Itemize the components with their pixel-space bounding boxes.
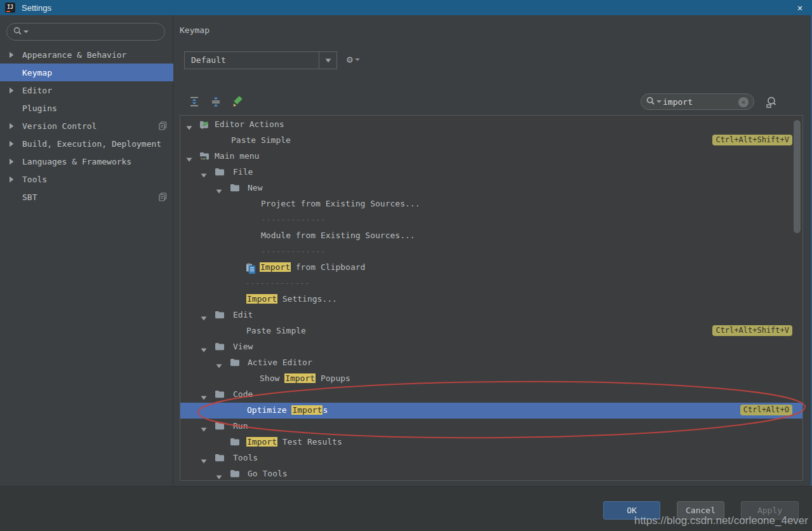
tree-separator-row[interactable]: ------------- [180,212,802,228]
tree-row[interactable]: Project from Existing Sources... [180,196,802,212]
tree-row[interactable]: Paste SimpleCtrl+Alt+Shift+V [180,133,802,149]
footer-bar: OK Cancel Apply [0,486,812,531]
sidebar-item-label: Keymap [22,68,52,77]
per-project-icon [159,192,167,203]
tree-row-label: ------------- [245,278,310,288]
keymap-search-box[interactable]: ✕ [641,93,754,110]
tree-row-label: Module from Existing Sources... [261,231,415,240]
sidebar-item-plugins[interactable]: Plugins [0,99,173,117]
tree-row-label: Optimize Imports [247,405,328,415]
tree-row[interactable]: Module from Existing Sources... [180,228,802,244]
tree-expand-arrow-icon[interactable] [201,170,207,180]
tree-separator-row[interactable]: ------------- [180,244,802,260]
intellij-logo-icon: IJ [5,3,15,13]
tree-row[interactable]: Show Import Popups [180,371,802,387]
tree-expand-arrow-icon[interactable] [216,361,222,370]
tree-row[interactable]: Import Settings... [180,292,802,307]
tree-row[interactable]: Run [180,419,802,434]
tree-row[interactable]: New [180,180,802,196]
gear-caret-icon [355,58,360,61]
shortcut-badge: Ctrl+Alt+Shift+V [712,135,792,145]
tree-row[interactable]: View [180,339,802,355]
apply-button[interactable]: Apply [741,501,799,520]
sidebar-item-appearance-behavior[interactable]: Appearance & Behavior [0,46,173,64]
tree-expand-arrow-icon[interactable] [201,456,207,466]
search-options-caret-icon[interactable] [23,30,29,33]
tree-expand-arrow-icon[interactable] [201,345,207,354]
sidebar-item-label: Tools [22,175,47,184]
sidebar-item-editor[interactable]: Editor [0,81,173,99]
tree-expand-arrow-icon[interactable] [216,186,222,196]
dropdown-arrow-icon[interactable] [319,52,336,69]
tree-row-label: Code [233,389,253,399]
sidebar-item-keymap[interactable]: Keymap [0,64,173,81]
sidebar-item-build-execution-deployment[interactable]: Build, Execution, Deployment [0,135,173,152]
settings-sidebar: Appearance & BehaviorKeymapEditorPlugins… [0,15,173,486]
expand-all-icon[interactable] [188,95,201,108]
settings-window: IJ Settings ✕ Appearance & BehaviorKeyma… [0,0,812,531]
window-title: Settings [22,3,51,13]
folder-icon [215,168,225,178]
tree-row-label: Go Tools [248,469,288,478]
tree-row[interactable]: Main menu [180,149,802,165]
keymap-gear-menu[interactable]: ⚙ [347,53,360,65]
tree-expand-arrow-icon[interactable] [186,123,192,132]
tree-row[interactable]: Import from Clipboard [180,260,802,276]
folder-icon [215,454,225,464]
tree-row-label: Edit [233,310,253,319]
expand-arrow-icon[interactable] [9,51,15,58]
tree-row[interactable]: Edit [180,307,802,323]
edit-pencil-icon[interactable] [231,95,244,108]
tree-expand-arrow-icon[interactable] [201,313,207,323]
tree-row[interactable]: Paste SimpleCtrl+Alt+Shift+V [180,323,802,339]
editor-actions-icon [199,120,210,131]
tree-expand-arrow-icon[interactable] [201,393,207,402]
tree-row[interactable]: Active Editor [180,355,802,371]
expand-arrow-icon[interactable] [9,158,15,165]
tree-row[interactable]: Optimize ImportsCtrl+Alt+O [180,403,802,419]
close-icon[interactable]: ✕ [793,1,807,14]
keymap-search-input[interactable] [663,97,726,107]
shortcut-badge: Ctrl+Alt+Shift+V [712,325,792,336]
expand-arrow-icon[interactable] [9,176,15,183]
sidebar-item-label: Appearance & Behavior [22,50,126,60]
main-menu-icon [199,152,210,163]
keymap-tree: Editor ActionsPaste SimpleCtrl+Alt+Shift… [180,115,803,481]
tree-expand-arrow-icon[interactable] [186,154,192,164]
sidebar-item-version-control[interactable]: Version Control [0,117,173,135]
sidebar-item-tools[interactable]: Tools [0,170,173,188]
sidebar-search-box[interactable] [6,23,165,41]
folder-icon [215,342,225,353]
clipboard-icon [246,263,256,276]
tree-row[interactable]: Tools [180,450,802,466]
expand-arrow-icon[interactable] [9,87,15,94]
tree-row-label: Editor Actions [215,119,284,129]
tree-row[interactable]: Editor Actions [180,117,802,133]
sidebar-item-sbt[interactable]: SBT [0,188,173,206]
expand-arrow-icon[interactable] [9,140,15,147]
collapse-all-icon[interactable] [210,95,222,108]
tree-separator-row[interactable]: ------------- [180,276,802,292]
title-bar: IJ Settings ✕ [0,0,812,15]
tree-row[interactable]: Code [180,387,802,403]
sidebar-item-label: SBT [22,192,37,202]
expand-arrow-icon[interactable] [9,123,15,130]
folder-icon [230,438,240,448]
tree-row[interactable]: File [180,165,802,180]
tree-row-label: Import from Clipboard [260,262,365,272]
folder-icon [230,469,240,480]
tree-row[interactable]: Import Test Results [180,434,802,450]
tree-expand-arrow-icon[interactable] [201,424,207,434]
sidebar-item-languages-frameworks[interactable]: Languages & Frameworks [0,152,173,170]
keymap-dropdown[interactable]: Default [184,51,337,69]
search-options-caret-icon[interactable] [656,100,662,103]
tree-expand-arrow-icon[interactable] [216,472,222,481]
cancel-button[interactable]: Cancel [677,501,724,520]
tree-toolbar [188,95,244,108]
folder-icon [215,311,225,321]
clear-search-icon[interactable]: ✕ [738,97,749,107]
ok-button[interactable]: OK [603,501,660,520]
sidebar-item-label: Build, Execution, Deployment [22,139,161,149]
tree-row[interactable]: Go Tools [180,466,802,481]
find-by-shortcut-icon[interactable] [763,94,778,111]
